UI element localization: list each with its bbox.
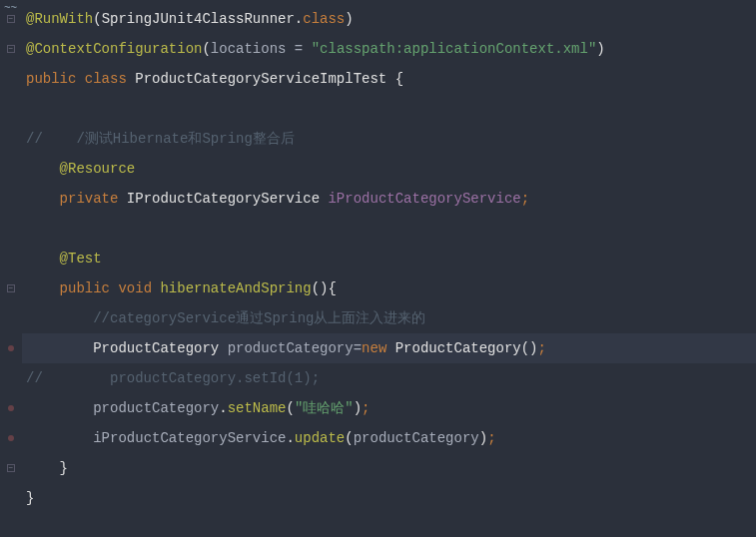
code-line: public class ProductCategoryServiceImplT… [22,64,756,94]
code-line: productCategory.setName("哇哈哈"); [22,393,756,423]
code-line: } [22,483,756,513]
code-line: } [22,453,756,483]
marker-dot-icon [8,435,14,441]
code-line: public void hibernateAndSpring(){ [22,273,756,303]
marker-dot-icon [8,345,14,351]
code-line: private IProductCategoryService iProduct… [22,184,756,214]
code-line: @RunWith(SpringJUnit4ClassRunner.class) [22,4,756,34]
code-line: //categoryService通过Spring从上面注入进来的 [22,303,756,333]
tilde-icon: ~~ [4,2,17,14]
code-editor[interactable]: @RunWith(SpringJUnit4ClassRunner.class) … [22,0,756,537]
fold-icon[interactable]: − [7,464,15,472]
code-line: @Test [22,244,756,273]
fold-icon[interactable]: − [7,15,15,23]
code-line: // productCategory.setId(1); [22,363,756,393]
code-line: iProductCategoryService.update(productCa… [22,423,756,453]
editor-gutter: ~~− − − − [0,0,22,537]
marker-dot-icon [8,405,14,411]
code-line: // /测试Hibernate和Spring整合后 [22,124,756,154]
code-line: @Resource [22,154,756,184]
code-line [22,214,756,244]
fold-icon[interactable]: − [7,284,15,292]
code-line-highlighted: ProductCategory productCategory=new Prod… [22,333,756,363]
code-line: @ContextConfiguration(locations = "class… [22,34,756,64]
fold-icon[interactable]: − [7,45,15,53]
code-line [22,94,756,124]
